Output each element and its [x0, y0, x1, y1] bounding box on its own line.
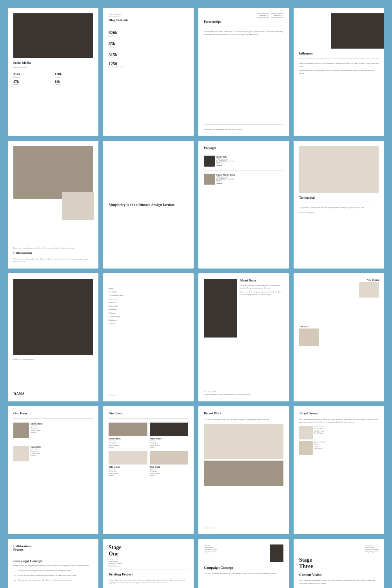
influencer-body2: Duam evat do the hug graphegun pane epi … — [299, 69, 379, 74]
step-1: → Doing for this creatu phase place dutm… — [13, 569, 93, 573]
testimonial-user: User - Productpont — [299, 211, 379, 214]
stat-facebook: 16k Facebook — [55, 80, 93, 85]
nav-influencer: Influencer — [109, 308, 188, 311]
partnerships-body: Forma simba fuis menda some some. As a n… — [204, 30, 283, 36]
blog-stat-1250: 1250 New Subscribers /month — [109, 61, 188, 68]
briefing-project-title: Briefing Project — [109, 572, 188, 576]
card-about-dana: About Dana Do your best creative work wi… — [198, 273, 289, 401]
partnership-logos: Presspope Graphagen — [204, 13, 283, 18]
card-influencer: Influencer Whos your Jalenne lost here. … — [294, 8, 384, 136]
card-simplicity: Simplicity is the ultimate design format… — [103, 141, 194, 269]
photo-collaboration — [13, 146, 93, 199]
card-collaboration: Duam evat the hug graphegun pane epi leu… — [8, 141, 98, 269]
briefing-project-body: Farce simba fuis menda some some. As a n… — [109, 579, 188, 584]
target-group-body: Farce simba fuis menda some some. As a n… — [299, 418, 379, 423]
recent-work-photos — [204, 424, 283, 524]
collaboration-title: Collaboration — [13, 251, 93, 255]
nav-creative-team: The Creative Team — [109, 294, 188, 297]
campaign-concept-title: Campaign Concept — [13, 559, 93, 563]
stats-row-2: 47k Pinterest 16k Facebook — [13, 80, 93, 85]
team-member-milla: Milla Smith SKILLS PhotographyGraphic De… — [13, 423, 93, 439]
blog-stat-85k: 85k Subscribers — [109, 41, 188, 48]
nav-studio: The Studio — [109, 290, 188, 294]
card-our-team-double: Our Team Milla Smith SKILLS PhotographyG… — [103, 406, 194, 534]
card-blog-statistic: Views · SubscribersDate: 10.02.2025 Blog… — [103, 8, 194, 136]
about-dana-title: About Dana — [240, 279, 283, 282]
influencer-title: Influencer — [299, 52, 379, 55]
card-stage-one: StageOne PRODUCT BrainstormingObjectives… — [103, 539, 194, 588]
process-steps: → Doing for this creatu phase place dutm… — [13, 569, 93, 582]
recent-work-title: Recent Work — [204, 412, 283, 415]
photo-social-media — [13, 13, 93, 58]
package-blog: Blog Pack TYPE: Sponsored PLATFORM: Blog… — [204, 156, 283, 167]
blog-stat-315k: 315k — [109, 52, 188, 57]
card-recent-work: Recent Work Do your best creative work w… — [198, 406, 289, 534]
card-target-group: Target Group Farce simba fuis menda some… — [294, 406, 384, 534]
bio-headshot-body: Hi dys. My name is dana and student in L… — [204, 393, 283, 396]
team-mike: Mike Miller SKILLS PhotographyGraphic De… — [150, 423, 189, 448]
influencer-body: Whos your Jalenne lost here. Farce simba… — [299, 62, 379, 67]
nav-connect: Connect — [109, 322, 188, 325]
testimonial-body: "Do you best creative work with this sly… — [299, 206, 379, 209]
target-group-title: Target Group — [299, 412, 379, 415]
blog-stat-date: Views · SubscribersDate: 10.02.2025 — [109, 13, 188, 17]
nav-collaborations: Collaborations — [109, 315, 188, 318]
nav-statistics: Statistics — [109, 301, 188, 304]
social-media-title: Social Media — [13, 61, 93, 65]
nav-dashboard: Dashboard — [109, 318, 188, 322]
content-vision-body: Farce simba fuis menda some some. As a n… — [299, 579, 379, 584]
logo-graphagen: Graphagen — [271, 13, 283, 18]
dana-subtitle: Media Kit Brand Template — [13, 358, 93, 360]
team-milla-s: Milla Smith SKILLS PhotographyGraphic De… — [109, 423, 147, 448]
team-member-lara: Lara Omn SKILLS PhotographyGraphic Desig… — [13, 446, 93, 463]
package-social: Social Media Pack TYPE: Sponsored PLATFO… — [204, 174, 283, 185]
card-social-media: Social Media Date: 10.02.2025 314k Insta… — [8, 8, 98, 136]
stats-row-1: 314k Instagram 128k Youtube — [13, 72, 93, 78]
photo-the-style — [299, 328, 319, 346]
our-team-single-title: Our Team — [13, 412, 93, 415]
partnerships-title: Partnerships — [204, 20, 283, 24]
recent-work-footer: Explore More — [204, 527, 283, 529]
stat-instagram: 314k Instagram — [13, 72, 52, 78]
logo-presspope: Presspope — [257, 13, 269, 18]
card-our-team-single: Our Team Milla Smith SKILLS PhotographyG… — [8, 406, 98, 534]
packages-title: Packages — [204, 146, 283, 150]
campaign-concept-body: Duam evat do the hug graphegun una alt y… — [13, 564, 93, 567]
photo-new-design — [359, 282, 379, 298]
team-tara: Tara Raan SKILLS PhotographyGraphic Desi… — [150, 451, 189, 477]
card-stage-three: PRODUCT BrainstormingObjectives & Target… — [294, 539, 384, 588]
content-vision-title: Content Vision — [299, 573, 379, 577]
card-collab-process: CollebrationsProcess Campaign Concept Du… — [8, 539, 98, 588]
step-2: → Get for this one create phase plas dut… — [13, 574, 93, 577]
nav-stats-group: Stats Group — [109, 297, 188, 301]
nav-partnerships: Partnerships — [109, 304, 188, 308]
campaign-concept-2-body: As a new design by pias square dol com. … — [204, 572, 283, 575]
photo-influencer — [331, 13, 384, 49]
card-content-nav: About The Studio The Creative Team Stats… — [103, 273, 194, 401]
social-media-subtitle: Date: 10.02.2025 — [13, 66, 93, 68]
card-new-design: New Design The Style — [294, 273, 384, 401]
photo-collaboration-overlay — [62, 192, 94, 220]
nav-packages: Packages — [109, 311, 188, 315]
card-testimonial: Testimonial "Do you best creative work w… — [294, 141, 384, 269]
team-yola: Yola Omna SKILLS PhotographyGraphic Desi… — [109, 451, 147, 477]
collab-process-title: CollebrationsProcess — [13, 544, 93, 552]
testimonial-title: Testimonial — [299, 196, 379, 200]
stat-pinterest: 47k Pinterest — [13, 80, 52, 85]
card-dana: Media Kit Brand Template DANA — [8, 273, 98, 401]
card-partnerships: Presspope Graphagen Partnerships Forma s… — [198, 8, 289, 136]
photo-dana — [13, 279, 93, 355]
team-grid: Milla Smith SKILLS PhotographyGraphic De… — [109, 423, 188, 477]
card-packages: Packages Blog Pack TYPE: Sponsored PLATF… — [198, 141, 289, 269]
card-stage-two: PROJECT BrainstormingObjectives & Target… — [198, 539, 289, 588]
partnerships-footer: Duam evat the graphegun ona dul for this… — [204, 128, 283, 131]
blog-stat-title: Blog Statistic — [109, 18, 188, 22]
about-dana-body: Do your best creative work with this sly… — [240, 284, 283, 289]
collaboration-caption: Duam evat the hug graphegun pane epi leu… — [13, 247, 93, 249]
bio-headshot-label: Bio Headshot — [204, 390, 283, 392]
card-grid: Social Media Date: 10.02.2025 314k Insta… — [8, 8, 384, 588]
nav-about: About — [109, 287, 188, 290]
photo-testimonial — [299, 146, 379, 193]
collaboration-body: Write your website text here here. Farce… — [13, 258, 93, 263]
our-team-double-title: Our Team — [109, 412, 188, 415]
